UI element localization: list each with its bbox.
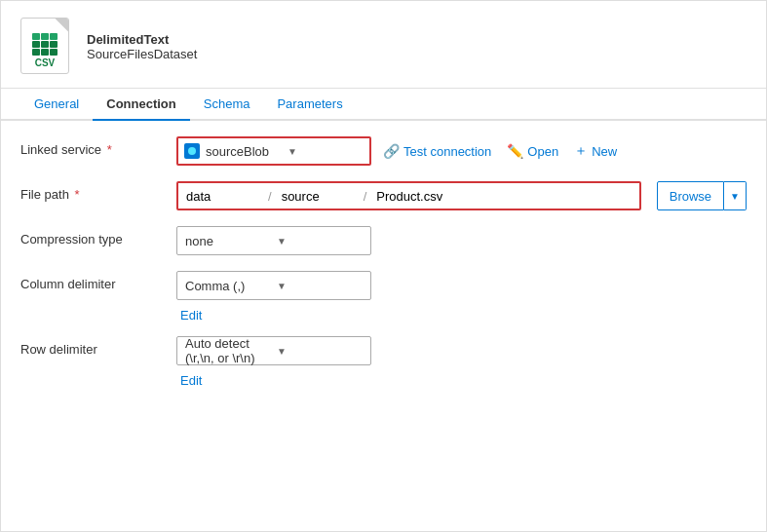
column-delimiter-value: Comma (,) — [185, 279, 271, 293]
separator2: / — [362, 189, 369, 204]
blob-storage-icon — [184, 143, 200, 159]
row-delimiter-edit-row: Edit — [176, 373, 371, 388]
open-icon: ✏️ — [507, 143, 523, 159]
column-delimiter-label: Column delimiter — [20, 271, 176, 291]
file-path-segment2[interactable] — [274, 183, 362, 209]
csv-label-text: CSV — [35, 57, 56, 68]
file-path-controls: / / Browse ▼ — [176, 181, 747, 210]
column-delimiter-caret-icon: ▼ — [277, 281, 363, 291]
browse-button[interactable]: Browse — [657, 181, 724, 210]
new-icon: ＋ — [574, 142, 588, 160]
row-delimiter-row: Row delimiter Auto detect (\r,\n, or \r\… — [20, 336, 747, 388]
tab-bar: General Connection Schema Parameters — [1, 89, 766, 121]
linked-service-row: Linked service * sourceBlob ▼ 🔗 Test con… — [20, 136, 747, 168]
row-delimiter-label: Row delimiter — [20, 336, 176, 357]
column-delimiter-row: Column delimiter Comma (,) ▼ Edit — [20, 271, 747, 323]
dataset-header: CSV DelimitedText SourceFilesDataset — [1, 1, 766, 89]
linked-service-value: sourceBlob — [206, 144, 282, 159]
row-delimiter-edit-link[interactable]: Edit — [180, 373, 202, 388]
file-path-input-group: / / — [176, 181, 641, 210]
column-delimiter-dropdown[interactable]: Comma (,) ▼ — [176, 271, 371, 300]
compression-type-value: none — [185, 234, 271, 248]
dataset-name: SourceFilesDataset — [87, 47, 197, 61]
compression-type-controls: none ▼ — [176, 226, 747, 255]
separator1: / — [266, 189, 274, 204]
linked-service-dropdown[interactable]: sourceBlob ▼ — [176, 136, 371, 166]
header-text-block: DelimitedText SourceFilesDataset — [87, 32, 197, 61]
linked-service-label: Linked service * — [20, 136, 176, 157]
file-path-segment1[interactable] — [178, 183, 266, 209]
compression-type-label: Compression type — [20, 226, 176, 247]
open-button[interactable]: ✏️ Open — [503, 136, 562, 166]
row-delimiter-controls: Auto detect (\r,\n, or \r\n) ▼ Edit — [176, 336, 371, 388]
file-path-label: File path * — [20, 181, 176, 202]
column-delimiter-edit-link[interactable]: Edit — [180, 308, 202, 323]
test-connection-button[interactable]: 🔗 Test connection — [379, 136, 495, 166]
csv-file-icon: CSV — [20, 18, 73, 76]
dataset-type: DelimitedText — [87, 32, 197, 47]
compression-type-dropdown[interactable]: none ▼ — [176, 226, 371, 255]
file-path-segment3[interactable] — [368, 183, 485, 209]
compression-caret-icon: ▼ — [277, 236, 363, 247]
dropdown-caret-icon: ▼ — [288, 146, 364, 157]
column-delimiter-controls: Comma (,) ▼ Edit — [176, 271, 371, 323]
file-path-row: File path * / / Browse ▼ — [20, 181, 747, 212]
row-delimiter-value: Auto detect (\r,\n, or \r\n) — [185, 336, 271, 365]
compression-type-row: Compression type none ▼ — [20, 226, 747, 257]
browse-button-group: Browse ▼ — [657, 181, 747, 210]
tab-schema[interactable]: Schema — [190, 89, 264, 121]
form-content: Linked service * sourceBlob ▼ 🔗 Test con… — [1, 121, 766, 531]
tab-connection[interactable]: Connection — [93, 89, 190, 121]
row-delimiter-caret-icon: ▼ — [277, 346, 363, 357]
column-delimiter-edit-row: Edit — [176, 308, 371, 323]
new-button[interactable]: ＋ New — [570, 136, 621, 166]
browse-dropdown-button[interactable]: ▼ — [724, 181, 747, 210]
tab-parameters[interactable]: Parameters — [263, 89, 356, 121]
row-delimiter-dropdown[interactable]: Auto detect (\r,\n, or \r\n) ▼ — [176, 336, 371, 365]
linked-service-controls: sourceBlob ▼ 🔗 Test connection ✏️ Open ＋… — [176, 136, 747, 166]
tab-general[interactable]: General — [20, 89, 93, 121]
test-connection-icon: 🔗 — [383, 143, 400, 159]
